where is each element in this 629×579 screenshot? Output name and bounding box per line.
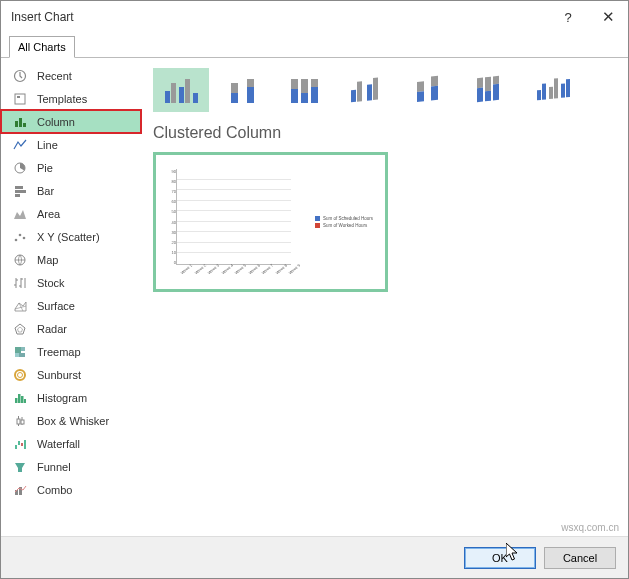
svg-rect-50: [357, 81, 362, 102]
sidebar-item-scatter[interactable]: X Y (Scatter): [1, 225, 141, 248]
scatter-icon: [11, 229, 29, 245]
chart-bars: [179, 169, 289, 264]
tab-all-charts[interactable]: All Charts: [9, 36, 75, 58]
y-axis-labels: 9080706050403020100: [166, 169, 176, 265]
waterfall-icon: [11, 436, 29, 452]
svg-point-20: [15, 370, 25, 380]
svg-marker-15: [18, 327, 23, 332]
line-icon: [11, 137, 29, 153]
subtype-3d-clustered-column[interactable]: [339, 68, 395, 112]
cancel-button[interactable]: Cancel: [544, 547, 616, 569]
tabs: All Charts: [1, 33, 628, 57]
sidebar-item-recent[interactable]: Recent: [1, 64, 141, 87]
pie-icon: [11, 160, 29, 176]
stock-icon: [11, 275, 29, 291]
ok-button[interactable]: OK: [464, 547, 536, 569]
sidebar-item-label: X Y (Scatter): [37, 231, 100, 243]
svg-rect-64: [542, 83, 546, 99]
sidebar-item-label: Line: [37, 139, 58, 151]
sidebar-item-map[interactable]: Map: [1, 248, 141, 271]
svg-rect-48: [311, 87, 318, 103]
sidebar-item-bar[interactable]: Bar: [1, 179, 141, 202]
svg-rect-62: [493, 84, 499, 101]
subtype-3d-stacked-column[interactable]: [401, 68, 457, 112]
svg-rect-19: [19, 353, 25, 357]
svg-rect-45: [301, 79, 308, 93]
svg-rect-55: [431, 76, 438, 87]
svg-rect-60: [485, 91, 491, 102]
area-icon: [11, 206, 29, 222]
sidebar-item-column[interactable]: Column: [1, 110, 141, 133]
dialog-title: Insert Chart: [11, 10, 74, 24]
subtype-clustered-column[interactable]: [153, 68, 209, 112]
svg-rect-67: [561, 83, 565, 97]
svg-point-12: [23, 236, 26, 239]
subtype-3d-100-stacked-column[interactable]: [463, 68, 519, 112]
chart-preview[interactable]: 9080706050403020100 Week 1Week 2Week 3We…: [153, 152, 388, 292]
sidebar-item-treemap[interactable]: Treemap: [1, 340, 141, 363]
legend-series-b: Sum of Worked Hours: [323, 223, 367, 228]
subtype-stacked-column[interactable]: [215, 68, 271, 112]
sidebar-item-histogram[interactable]: Histogram: [1, 386, 141, 409]
sidebar-item-pie[interactable]: Pie: [1, 156, 141, 179]
close-button[interactable]: ✕: [588, 1, 628, 33]
insert-chart-dialog: Insert Chart ? ✕ All Charts Recent Templ…: [0, 0, 629, 579]
main-panel: Clustered Column 9080706050403020100 Wee…: [141, 58, 628, 536]
subtype-gallery: [153, 68, 616, 112]
sidebar-item-sunburst[interactable]: Sunburst: [1, 363, 141, 386]
svg-rect-31: [24, 440, 26, 449]
map-icon: [11, 252, 29, 268]
sidebar-item-label: Map: [37, 254, 58, 266]
svg-rect-39: [231, 83, 238, 93]
svg-rect-16: [15, 347, 21, 353]
svg-rect-18: [15, 353, 19, 357]
bar-icon: [11, 183, 29, 199]
svg-rect-65: [549, 87, 553, 99]
subtype-3d-column[interactable]: [525, 68, 581, 112]
sidebar-item-boxwhisker[interactable]: Box & Whisker: [1, 409, 141, 432]
sidebar-item-label: Radar: [37, 323, 67, 335]
sidebar-item-area[interactable]: Area: [1, 202, 141, 225]
help-button[interactable]: ?: [548, 1, 588, 33]
svg-rect-25: [24, 399, 26, 403]
recent-icon: [11, 68, 29, 84]
svg-point-21: [18, 372, 23, 377]
sidebar-item-stock[interactable]: Stock: [1, 271, 141, 294]
sidebar-item-funnel[interactable]: Funnel: [1, 455, 141, 478]
svg-rect-51: [367, 84, 372, 101]
plot-area: [176, 169, 291, 265]
svg-point-11: [19, 233, 22, 236]
histogram-icon: [11, 390, 29, 406]
sidebar-item-line[interactable]: Line: [1, 133, 141, 156]
watermark: wsxq.com.cn: [561, 522, 619, 533]
svg-rect-9: [15, 194, 20, 197]
sidebar-item-combo[interactable]: Combo: [1, 478, 141, 501]
sidebar-item-label: Waterfall: [37, 438, 80, 450]
svg-rect-54: [417, 91, 424, 102]
sidebar-item-radar[interactable]: Radar: [1, 317, 141, 340]
svg-rect-28: [15, 445, 17, 449]
svg-rect-36: [179, 87, 184, 103]
templates-icon: [11, 91, 29, 107]
svg-rect-30: [21, 443, 23, 446]
svg-rect-3: [15, 121, 18, 127]
sidebar-item-templates[interactable]: Templates: [1, 87, 141, 110]
sidebar-item-waterfall[interactable]: Waterfall: [1, 432, 141, 455]
x-axis-labels: Week 1Week 2Week 3Week 4Week 5Week 6Week…: [178, 267, 289, 281]
subtype-100-stacked-column[interactable]: [277, 68, 333, 112]
sidebar-item-label: Templates: [37, 93, 87, 105]
svg-rect-58: [477, 88, 483, 103]
sidebar-item-label: Pie: [37, 162, 53, 174]
svg-rect-52: [373, 78, 378, 101]
sidebar-item-label: Box & Whisker: [37, 415, 109, 427]
sidebar-item-label: Area: [37, 208, 60, 220]
boxwhisker-icon: [11, 413, 29, 429]
svg-rect-53: [417, 81, 424, 92]
svg-rect-2: [17, 96, 20, 98]
sidebar-item-label: Column: [37, 116, 75, 128]
sidebar: Recent Templates Column Line Pie Bar: [1, 58, 141, 536]
sidebar-item-label: Treemap: [37, 346, 81, 358]
sidebar-item-label: Combo: [37, 484, 72, 496]
sidebar-item-surface[interactable]: Surface: [1, 294, 141, 317]
svg-rect-22: [15, 398, 18, 403]
